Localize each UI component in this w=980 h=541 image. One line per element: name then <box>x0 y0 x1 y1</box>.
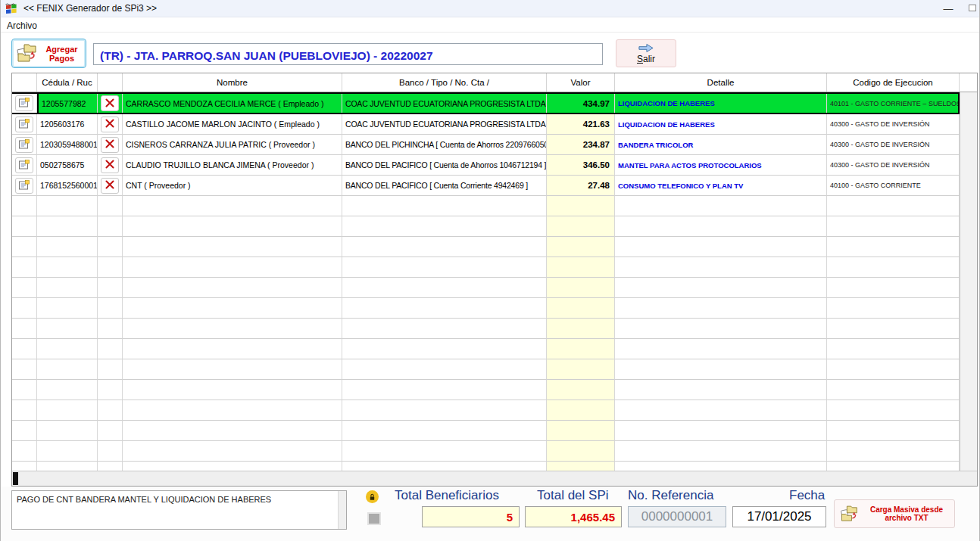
cell-detalle <box>615 400 827 421</box>
toolbar: Agregar Pagos Salir <box>1 33 979 73</box>
cell-cedula <box>37 216 98 237</box>
cell-codigo <box>827 339 960 359</box>
carga-masiva-button[interactable]: Carga Masiva desde archivo TXT <box>834 499 955 528</box>
cell-codigo: 40300 - GASTO DE INVERSIÓN <box>827 155 960 176</box>
delete-x-icon <box>105 180 114 191</box>
edit-record-button[interactable] <box>15 157 33 173</box>
cell-detalle <box>615 216 827 237</box>
menu-archivo[interactable]: Archivo <box>1 19 43 33</box>
horizontal-scrollbar[interactable] <box>12 471 977 486</box>
delete-record-button[interactable] <box>101 137 119 153</box>
table-row-empty <box>12 359 960 380</box>
cell-codigo <box>827 298 960 319</box>
table-row[interactable]: 1203059488001CISNEROS CARRANZA JULIA PAT… <box>12 135 960 155</box>
cell-x <box>98 298 123 319</box>
cell-valor <box>547 339 615 359</box>
no-referencia-value[interactable]: 0000000001 <box>628 506 726 527</box>
edit-record-button[interactable] <box>15 178 33 194</box>
fecha-label: Fecha <box>789 488 825 503</box>
cell-cedula <box>37 298 98 319</box>
cell-valor <box>547 462 615 471</box>
table-row-empty <box>12 339 960 359</box>
cell-nombre <box>123 298 342 319</box>
cell-banco <box>342 359 547 380</box>
cell-detalle: MANTEL PARA ACTOS PROTOCOLARIOS <box>615 155 827 176</box>
cell-codigo <box>827 421 960 441</box>
edit-record-button[interactable] <box>15 95 33 111</box>
cell-cedula <box>37 400 98 421</box>
cell-banco: COAC JUVENTUD ECUATORIANA PROGRESISTA LT… <box>342 114 547 135</box>
cell-cedula: 1203059488001 <box>37 135 98 155</box>
edit-record-icon <box>19 98 30 109</box>
cell-codigo <box>827 319 960 339</box>
cell-x <box>98 400 123 421</box>
arrow-right-icon <box>638 43 654 53</box>
cell-x <box>98 135 123 155</box>
edit-record-button[interactable] <box>15 137 33 153</box>
observation-scrollbar[interactable] <box>338 491 346 529</box>
delete-record-button[interactable] <box>101 178 119 194</box>
cell-x <box>98 94 123 113</box>
window-title: << FENIX Generador de SPi3 >> <box>23 3 157 14</box>
table-row[interactable]: 1205603176CASTILLO JACOME MARLON JACINTO… <box>12 114 960 135</box>
cell-cedula <box>37 359 98 380</box>
cell-icon <box>12 278 37 298</box>
agregar-pagos-button[interactable]: Agregar Pagos <box>11 39 86 68</box>
column-header-icon <box>12 73 37 92</box>
cell-detalle <box>615 298 827 319</box>
entity-title-field[interactable] <box>93 43 603 65</box>
fecha-value[interactable]: 17/01/2025 <box>732 506 826 527</box>
column-header-banco: Banco / Tipo / No. Cta / <box>342 73 547 92</box>
cell-nombre: CLAUDIO TRUJILLO BLANCA JIMENA ( Proveed… <box>123 155 342 176</box>
cell-cedula <box>37 257 98 278</box>
edit-record-icon <box>19 139 30 151</box>
cell-valor <box>547 441 615 462</box>
delete-record-button[interactable] <box>101 117 119 132</box>
cell-nombre <box>123 339 342 359</box>
cell-x <box>98 114 123 135</box>
observation-text: PAGO DE CNT BANDERA MANTEL Y LIQUIDACION… <box>12 491 337 529</box>
cell-x <box>98 380 123 400</box>
cell-codigo: 40101 - GASTO CORRIENTE – SUELDOS <box>827 94 960 113</box>
cell-x <box>98 237 123 257</box>
edit-record-icon <box>19 160 30 171</box>
column-header-detalle: Detalle <box>615 73 827 92</box>
total-spi-label: Total del SPi <box>537 488 609 503</box>
cell-detalle <box>615 339 827 359</box>
restore-button[interactable] <box>966 0 979 17</box>
cell-icon <box>12 176 37 196</box>
table-row[interactable]: 1205577982CARRASCO MENDOZA CECILIA MERCE… <box>12 92 960 114</box>
cell-codigo: 40300 - GASTO DE INVERSIÓN <box>827 135 960 155</box>
column-header-valor: Valor <box>547 73 615 92</box>
cell-icon <box>12 298 37 319</box>
cell-codigo <box>827 400 960 421</box>
table-row-empty <box>12 196 960 216</box>
cell-nombre <box>123 400 342 421</box>
cell-banco <box>342 278 547 298</box>
table-row[interactable]: 0502758675CLAUDIO TRUJILLO BLANCA JIMENA… <box>12 155 960 176</box>
cell-valor: 346.50 <box>547 155 615 176</box>
salir-button[interactable]: Salir <box>616 39 676 67</box>
table-row[interactable]: 1768152560001CNT ( Proveedor )BANCO DEL … <box>12 176 960 196</box>
delete-record-button[interactable] <box>101 157 119 173</box>
cell-icon <box>12 380 37 400</box>
salir-label: Salir <box>637 54 655 64</box>
cell-banco <box>342 237 547 257</box>
vertical-scrollbar[interactable] <box>960 92 977 471</box>
delete-record-button[interactable] <box>101 95 119 111</box>
cell-banco <box>342 196 547 216</box>
status-square[interactable] <box>367 512 381 525</box>
edit-record-button[interactable] <box>15 117 33 132</box>
cell-icon <box>12 196 37 216</box>
cell-codigo <box>827 380 960 400</box>
horizontal-scrollbar-thumb[interactable] <box>13 472 18 485</box>
observation-box[interactable]: PAGO DE CNT BANDERA MANTEL Y LIQUIDACION… <box>11 490 347 530</box>
cell-valor <box>547 216 615 237</box>
column-header-cedula: Cédula / Ruc <box>37 73 98 92</box>
cell-banco <box>342 339 547 359</box>
total-beneficiarios-value: 5 <box>422 506 520 527</box>
cell-valor <box>547 298 615 319</box>
cell-codigo <box>827 196 960 216</box>
minimize-button[interactable]: — <box>931 3 966 14</box>
table-row-empty <box>12 441 960 462</box>
